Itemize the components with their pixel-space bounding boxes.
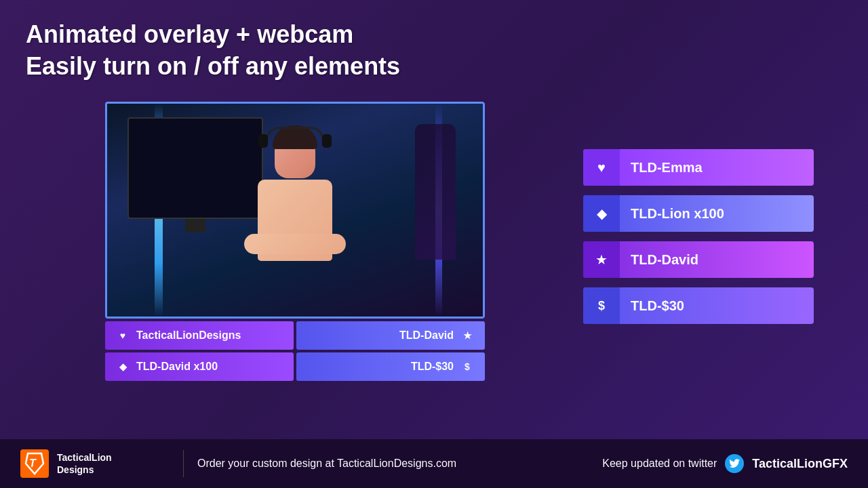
donation-dollar-icon: $ <box>598 299 605 313</box>
footer-website: Order your custom design at TacticalLion… <box>197 458 602 470</box>
bar-follow: TacticalLionDesigns <box>105 321 294 350</box>
person-figure <box>258 131 332 261</box>
bar-donation: TLD-$30 <box>296 352 485 381</box>
headphone-cup-left <box>258 134 268 148</box>
monitor-stand <box>185 219 205 232</box>
dollar-icon <box>459 359 475 375</box>
svg-text:T: T <box>29 458 37 469</box>
headline-line2: Easily turn on / off any elements <box>26 51 400 83</box>
footer: T TacticalLion Designs Order your custom… <box>0 439 868 488</box>
headphones <box>266 127 324 140</box>
follow-icon-box: ♥ <box>583 149 620 186</box>
follow-label: TLD-Emma <box>620 160 814 176</box>
cheer-icon-box: ◆ <box>583 195 620 232</box>
main-area: Animated overlay + webcam Easily turn on… <box>0 0 868 439</box>
headline-line1: Animated overlay + webcam <box>26 19 400 51</box>
headphone-cup-right <box>322 134 332 148</box>
star-icon <box>459 327 475 344</box>
monitor-shape <box>127 117 263 219</box>
logo-icon: T <box>20 449 49 478</box>
logo-text: TacticalLion Designs <box>57 451 112 476</box>
sub-icon-box: ★ <box>583 241 620 278</box>
sub-label: TLD-David <box>620 252 814 268</box>
donation-icon-box: $ <box>583 287 620 324</box>
sub-name: TLD-David <box>399 329 454 342</box>
twitter-bird-icon <box>725 454 744 473</box>
footer-divider <box>183 450 184 477</box>
bar-sub: TLD-David <box>296 321 485 350</box>
follow-heart-icon: ♥ <box>597 160 606 176</box>
alert-sub-card: ★ TLD-David <box>583 241 814 278</box>
overlay-bars: TacticalLionDesigns TLD-David TLD-David … <box>105 321 485 381</box>
alert-donation-card: $ TLD-$30 <box>583 287 814 324</box>
bar-cheer: TLD-David x100 <box>105 352 294 381</box>
webcam-frame <box>105 102 485 319</box>
alert-follow-card: ♥ TLD-Emma <box>583 149 814 186</box>
bar-row-2: TLD-David x100 TLD-$30 <box>105 352 485 381</box>
cheer-name: TLD-David x100 <box>136 361 218 373</box>
webcam-section: TacticalLionDesigns TLD-David TLD-David … <box>105 102 485 381</box>
cheer-diamond-icon: ◆ <box>597 205 607 222</box>
person-body <box>258 180 332 261</box>
alerts-panel: ♥ TLD-Emma ◆ TLD-Lion x100 ★ TLD-David $… <box>583 149 814 324</box>
chair-back <box>415 124 456 260</box>
twitter-handle: TacticalLionGFX <box>752 457 848 471</box>
diamond-icon <box>115 359 131 375</box>
donation-label: TLD-$30 <box>620 298 814 314</box>
donation-amount: TLD-$30 <box>411 361 454 373</box>
follow-name: TacticalLionDesigns <box>136 329 241 342</box>
follow-icon <box>115 327 131 344</box>
person-head <box>275 131 315 178</box>
bar-row-1: TacticalLionDesigns TLD-David <box>105 321 485 350</box>
person-arms <box>244 234 346 254</box>
twitter-keep-updated-label: Keep updated on twitter <box>602 458 717 470</box>
cheer-label: TLD-Lion x100 <box>620 206 814 222</box>
sub-star-icon: ★ <box>595 251 608 268</box>
footer-logo: T TacticalLion Designs <box>20 449 170 478</box>
footer-twitter: Keep updated on twitter TacticalLionGFX <box>602 454 848 473</box>
person-hair <box>273 125 317 149</box>
alert-cheer-card: ◆ TLD-Lion x100 <box>583 195 814 232</box>
headline: Animated overlay + webcam Easily turn on… <box>26 19 400 83</box>
webcam-inner <box>107 104 483 317</box>
